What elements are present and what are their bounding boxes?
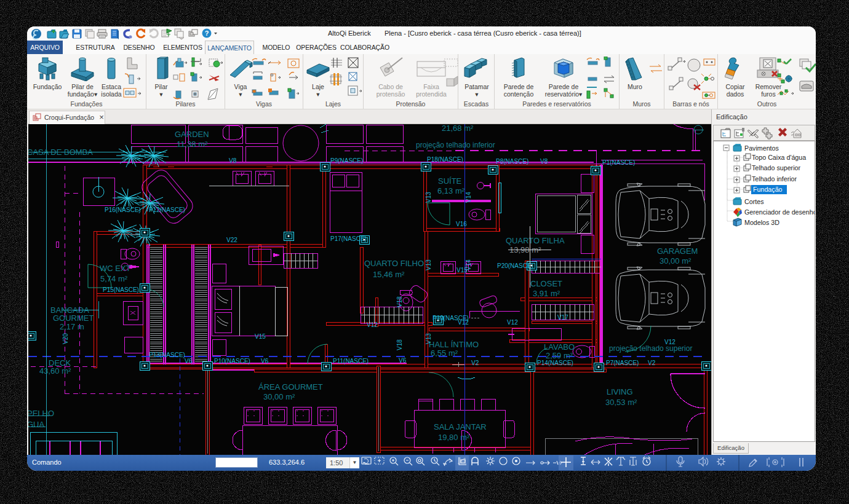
svg-text:P9(NASCE): P9(NASCE) (330, 157, 363, 164)
svg-text:2,17 m: 2,17 m (60, 322, 84, 331)
svg-text:43,60 m²: 43,60 m² (39, 366, 71, 376)
svg-text:P18(NASCE): P18(NASCE) (427, 156, 463, 163)
svg-text:ÁREA GOURMET: ÁREA GOURMET (258, 382, 323, 392)
svg-text:Pavimentos: Pavimentos (744, 144, 779, 152)
svg-text:Cortes: Cortes (744, 198, 763, 205)
svg-text:Telhado inferior: Telhado inferior (752, 175, 797, 183)
svg-text:PELHO: PELHO (28, 409, 54, 418)
svg-text:V12: V12 (458, 319, 469, 326)
svg-text:LAVABO: LAVABO (544, 342, 575, 352)
svg-text:21,68 m²: 21,68 m² (442, 124, 474, 133)
svg-text:P11(NASCE): P11(NASCE) (333, 358, 369, 364)
svg-text:P7(NASCE): P7(NASCE) (606, 360, 639, 366)
svg-text:Topo Caixa d'água: Topo Caixa d'água (752, 154, 806, 161)
svg-text:V13: V13 (425, 192, 432, 203)
svg-text:LIVING: LIVING (607, 387, 633, 396)
svg-text:projeção telhado inferior: projeção telhado inferior (416, 141, 495, 149)
svg-text:GUA: GUA (28, 420, 45, 429)
svg-text:P20(NASCE): P20(NASCE) (497, 262, 533, 269)
svg-text:V8: V8 (229, 157, 237, 164)
svg-text:5,74 m²: 5,74 m² (100, 274, 128, 283)
svg-text:V13: V13 (425, 259, 432, 270)
svg-text:P8(NASCE): P8(NASCE) (496, 158, 528, 165)
svg-text:V18: V18 (396, 339, 403, 350)
svg-text:P14(NASCE): P14(NASCE) (537, 360, 573, 366)
svg-text:V13: V13 (425, 333, 432, 344)
svg-text:19,80 m²: 19,80 m² (438, 433, 470, 442)
svg-text:V16: V16 (456, 221, 467, 227)
svg-text:6,13 m²: 6,13 m² (437, 186, 465, 195)
svg-text:V6: V6 (185, 358, 193, 364)
svg-text:GOURMET: GOURMET (53, 313, 94, 323)
svg-text:P1(NASCE): P1(NASCE) (602, 159, 635, 166)
svg-text:Modelos 3D: Modelos 3D (744, 219, 779, 226)
svg-text:V15: V15 (255, 333, 266, 340)
svg-text:QUARTO FILHA: QUARTO FILHA (506, 236, 565, 245)
svg-text:V14: V14 (465, 259, 472, 270)
svg-text:QUARTO FILHO: QUARTO FILHO (364, 259, 424, 268)
svg-text:P10(NASCE): P10(NASCE) (214, 358, 250, 364)
svg-text:6,55 m²: 6,55 m² (431, 348, 458, 358)
svg-text:V22: V22 (226, 237, 237, 243)
svg-text:P17(NASCE): P17(NASCE) (330, 235, 367, 242)
svg-text:V12: V12 (367, 321, 378, 328)
svg-text:2,59 m²: 2,59 m² (546, 351, 573, 360)
svg-text:WC EXT: WC EXT (100, 264, 131, 273)
svg-text:15,46 m²: 15,46 m² (373, 270, 405, 279)
svg-text:V2: V2 (648, 360, 656, 366)
svg-text:V6: V6 (399, 357, 407, 364)
svg-text:SALA JANTAR: SALA JANTAR (434, 422, 487, 431)
svg-text:Gerenciador de desenhos: Gerenciador de desenhos (744, 208, 815, 216)
svg-text:CLOSET: CLOSET (530, 279, 562, 288)
svg-text:?: ? (205, 30, 209, 37)
svg-text:P15(NASCE): P15(NASCE) (103, 286, 139, 293)
svg-text:V8: V8 (540, 158, 548, 165)
svg-text:GARDEN: GARDEN (175, 130, 209, 139)
svg-text:30,00 m²: 30,00 m² (660, 256, 692, 266)
svg-text:P16(NASCE): P16(NASCE) (105, 207, 141, 213)
svg-text:HALL ÍNTIMO: HALL ÍNTIMO (429, 340, 479, 349)
svg-text:V17: V17 (557, 314, 568, 321)
svg-text:Fundação: Fundação (753, 186, 783, 193)
svg-text:V12: V12 (507, 319, 518, 326)
svg-text:Telhado superior: Telhado superior (752, 164, 800, 171)
svg-text:SUÍTE: SUÍTE (438, 176, 462, 186)
svg-text:11,38 m²: 11,38 m² (177, 140, 208, 149)
svg-text:30,53 m²: 30,53 m² (605, 398, 637, 407)
svg-text:V6: V6 (261, 358, 269, 364)
svg-text:V14: V14 (465, 192, 472, 203)
svg-text:V12: V12 (664, 339, 676, 345)
svg-text:30,00 m²: 30,00 m² (263, 392, 295, 401)
svg-text:CASA DE BOMBA: CASA DE BOMBA (28, 148, 93, 157)
svg-text:V2: V2 (471, 360, 479, 366)
svg-text:V18: V18 (396, 296, 403, 307)
svg-text:GARAGEM: GARAGEM (657, 246, 698, 256)
svg-text:projeção telhado superior: projeção telhado superior (609, 344, 692, 353)
svg-text:P13(NASCE): P13(NASCE) (149, 352, 185, 358)
svg-text:P12(NASCE): P12(NASCE) (149, 207, 185, 213)
svg-text:V20: V20 (62, 333, 69, 344)
svg-text:3,91 m²: 3,91 m² (533, 289, 560, 298)
